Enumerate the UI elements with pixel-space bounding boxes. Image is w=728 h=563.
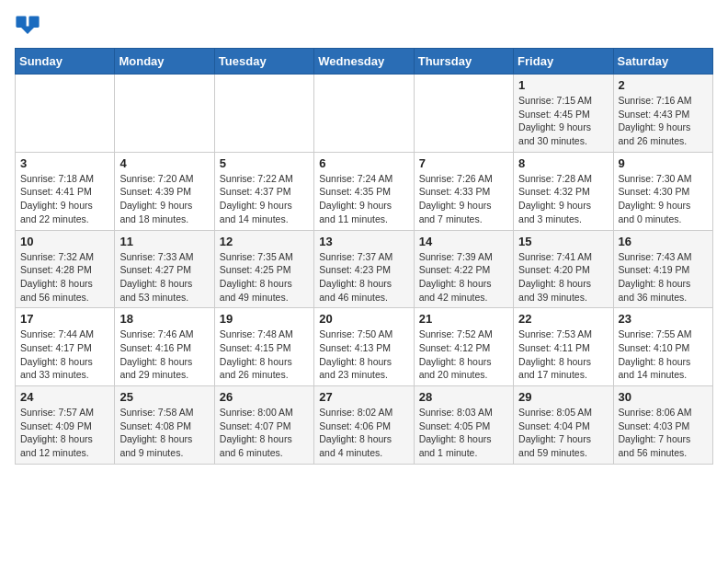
day-number: 17: [20, 312, 109, 326]
day-number: 29: [518, 390, 608, 404]
header-tuesday: Tuesday: [214, 49, 313, 75]
day-number: 7: [419, 156, 508, 170]
calendar-cell: 1Sunrise: 7:15 AM Sunset: 4:45 PM Daylig…: [514, 75, 613, 153]
calendar-cell: 14Sunrise: 7:39 AM Sunset: 4:22 PM Dayli…: [414, 230, 513, 308]
day-info: Sunrise: 7:39 AM Sunset: 4:22 PM Dayligh…: [419, 250, 508, 304]
calendar-cell: 5Sunrise: 7:22 AM Sunset: 4:37 PM Daylig…: [214, 152, 313, 230]
logo-icon: [15, 15, 40, 40]
week-row-1: 3Sunrise: 7:18 AM Sunset: 4:41 PM Daylig…: [16, 152, 713, 230]
day-info: Sunrise: 7:33 AM Sunset: 4:27 PM Dayligh…: [119, 250, 209, 304]
day-number: 14: [419, 235, 508, 248]
day-number: 27: [319, 390, 408, 404]
calendar-cell: 18Sunrise: 7:46 AM Sunset: 4:16 PM Dayli…: [115, 308, 214, 386]
day-number: 1: [518, 78, 608, 92]
calendar-cell: 16Sunrise: 7:43 AM Sunset: 4:19 PM Dayli…: [613, 230, 712, 308]
day-info: Sunrise: 7:24 AM Sunset: 4:35 PM Dayligh…: [319, 172, 408, 226]
day-info: Sunrise: 7:28 AM Sunset: 4:32 PM Dayligh…: [518, 172, 608, 226]
day-info: Sunrise: 7:44 AM Sunset: 4:17 PM Dayligh…: [20, 327, 109, 382]
page-header: [15, 15, 713, 40]
calendar-cell: 13Sunrise: 7:37 AM Sunset: 4:23 PM Dayli…: [314, 230, 414, 308]
calendar-table: SundayMondayTuesdayWednesdayThursdayFrid…: [15, 48, 713, 465]
day-number: 16: [619, 235, 708, 248]
day-number: 2: [619, 78, 708, 92]
calendar-header: SundayMondayTuesdayWednesdayThursdayFrid…: [16, 49, 713, 75]
svg-rect-1: [28, 16, 39, 28]
day-number: 23: [619, 312, 708, 326]
day-number: 18: [119, 312, 209, 326]
calendar-cell: [314, 75, 414, 153]
day-number: 9: [619, 156, 708, 170]
day-number: 13: [319, 235, 408, 248]
calendar-cell: [16, 75, 115, 153]
day-info: Sunrise: 7:53 AM Sunset: 4:11 PM Dayligh…: [518, 327, 608, 382]
calendar-cell: 8Sunrise: 7:28 AM Sunset: 4:32 PM Daylig…: [514, 152, 613, 230]
day-number: 30: [619, 390, 708, 404]
calendar-cell: 2Sunrise: 7:16 AM Sunset: 4:43 PM Daylig…: [613, 75, 712, 153]
calendar-cell: 6Sunrise: 7:24 AM Sunset: 4:35 PM Daylig…: [314, 152, 414, 230]
calendar-cell: 21Sunrise: 7:52 AM Sunset: 4:12 PM Dayli…: [414, 308, 513, 386]
day-info: Sunrise: 7:50 AM Sunset: 4:13 PM Dayligh…: [319, 327, 408, 382]
calendar-cell: 9Sunrise: 7:30 AM Sunset: 4:30 PM Daylig…: [613, 152, 712, 230]
calendar-cell: 29Sunrise: 8:05 AM Sunset: 4:04 PM Dayli…: [514, 386, 613, 465]
calendar-cell: 28Sunrise: 8:03 AM Sunset: 4:05 PM Dayli…: [414, 386, 513, 465]
day-number: 20: [319, 312, 408, 326]
calendar-cell: 26Sunrise: 8:00 AM Sunset: 4:07 PM Dayli…: [214, 386, 313, 465]
day-number: 6: [319, 156, 408, 170]
day-number: 4: [119, 156, 209, 170]
calendar-cell: 15Sunrise: 7:41 AM Sunset: 4:20 PM Dayli…: [514, 230, 613, 308]
svg-marker-2: [20, 27, 36, 34]
day-info: Sunrise: 7:35 AM Sunset: 4:25 PM Dayligh…: [220, 250, 309, 304]
day-number: 22: [518, 312, 608, 326]
day-info: Sunrise: 7:48 AM Sunset: 4:15 PM Dayligh…: [220, 327, 309, 382]
week-row-2: 10Sunrise: 7:32 AM Sunset: 4:28 PM Dayli…: [16, 230, 713, 308]
calendar-cell: 11Sunrise: 7:33 AM Sunset: 4:27 PM Dayli…: [115, 230, 214, 308]
day-number: 25: [119, 390, 209, 404]
svg-rect-0: [16, 16, 26, 28]
day-number: 5: [220, 156, 309, 170]
header-friday: Friday: [514, 49, 613, 75]
day-info: Sunrise: 7:57 AM Sunset: 4:09 PM Dayligh…: [20, 406, 109, 460]
calendar-cell: 19Sunrise: 7:48 AM Sunset: 4:15 PM Dayli…: [214, 308, 313, 386]
day-info: Sunrise: 7:37 AM Sunset: 4:23 PM Dayligh…: [319, 250, 408, 304]
day-number: 28: [419, 390, 508, 404]
calendar-cell: 10Sunrise: 7:32 AM Sunset: 4:28 PM Dayli…: [16, 230, 115, 308]
day-number: 21: [419, 312, 508, 326]
day-info: Sunrise: 7:30 AM Sunset: 4:30 PM Dayligh…: [619, 172, 708, 226]
day-number: 24: [20, 390, 109, 404]
logo: [15, 15, 44, 40]
calendar-cell: 17Sunrise: 7:44 AM Sunset: 4:17 PM Dayli…: [16, 308, 115, 386]
day-info: Sunrise: 7:58 AM Sunset: 4:08 PM Dayligh…: [119, 406, 209, 460]
header-monday: Monday: [115, 49, 214, 75]
day-number: 3: [20, 156, 109, 170]
day-number: 26: [220, 390, 309, 404]
day-info: Sunrise: 7:16 AM Sunset: 4:43 PM Dayligh…: [619, 94, 708, 148]
day-info: Sunrise: 7:20 AM Sunset: 4:39 PM Dayligh…: [119, 172, 209, 226]
calendar-cell: [414, 75, 513, 153]
calendar-cell: 20Sunrise: 7:50 AM Sunset: 4:13 PM Dayli…: [314, 308, 414, 386]
day-number: 10: [20, 235, 109, 248]
calendar-cell: 22Sunrise: 7:53 AM Sunset: 4:11 PM Dayli…: [514, 308, 613, 386]
header-row: SundayMondayTuesdayWednesdayThursdayFrid…: [16, 49, 713, 75]
calendar-body: 1Sunrise: 7:15 AM Sunset: 4:45 PM Daylig…: [16, 75, 713, 465]
day-info: Sunrise: 7:15 AM Sunset: 4:45 PM Dayligh…: [518, 94, 608, 148]
day-info: Sunrise: 8:03 AM Sunset: 4:05 PM Dayligh…: [419, 406, 508, 460]
day-number: 12: [220, 235, 309, 248]
day-info: Sunrise: 7:32 AM Sunset: 4:28 PM Dayligh…: [20, 250, 109, 304]
header-thursday: Thursday: [414, 49, 513, 75]
day-info: Sunrise: 7:43 AM Sunset: 4:19 PM Dayligh…: [619, 250, 708, 304]
calendar-cell: [214, 75, 313, 153]
day-number: 8: [518, 156, 608, 170]
calendar-cell: [115, 75, 214, 153]
day-info: Sunrise: 8:02 AM Sunset: 4:06 PM Dayligh…: [319, 406, 408, 460]
day-info: Sunrise: 7:18 AM Sunset: 4:41 PM Dayligh…: [20, 172, 109, 226]
day-info: Sunrise: 7:26 AM Sunset: 4:33 PM Dayligh…: [419, 172, 508, 226]
calendar-cell: 4Sunrise: 7:20 AM Sunset: 4:39 PM Daylig…: [115, 152, 214, 230]
calendar-cell: 30Sunrise: 8:06 AM Sunset: 4:03 PM Dayli…: [613, 386, 712, 465]
header-wednesday: Wednesday: [314, 49, 414, 75]
day-info: Sunrise: 7:41 AM Sunset: 4:20 PM Dayligh…: [518, 250, 608, 304]
day-info: Sunrise: 7:55 AM Sunset: 4:10 PM Dayligh…: [619, 327, 708, 382]
week-row-4: 24Sunrise: 7:57 AM Sunset: 4:09 PM Dayli…: [16, 386, 713, 465]
day-number: 15: [518, 235, 608, 248]
calendar-cell: 3Sunrise: 7:18 AM Sunset: 4:41 PM Daylig…: [16, 152, 115, 230]
day-info: Sunrise: 7:52 AM Sunset: 4:12 PM Dayligh…: [419, 327, 508, 382]
